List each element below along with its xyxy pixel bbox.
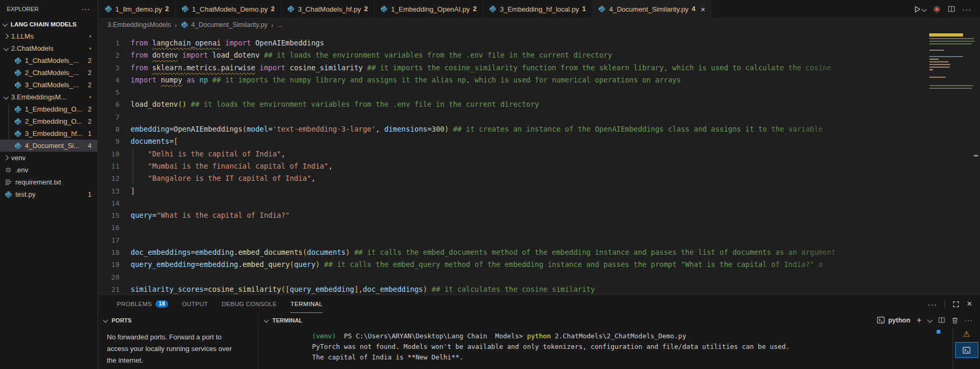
editor-tab-1_Embedding_OpenAI.py[interactable]: 1_Embedding_OpenAI.py2 xyxy=(374,0,483,18)
terminal-list-rail: ⚠ xyxy=(952,327,980,369)
active-terminal-item[interactable] xyxy=(955,342,978,358)
tree-item-3_Embedding_hf...[interactable]: 3_Embedding_hf...1 xyxy=(0,127,97,140)
modified-dot-icon: ● xyxy=(89,46,97,51)
panel-tab-TERMINAL[interactable]: TERMINAL xyxy=(290,295,323,313)
breadcrumb-item[interactable]: ... xyxy=(277,21,282,29)
bottom-panel: PROBLEMS18OUTPUTDEBUG CONSOLETERMINAL ··… xyxy=(98,294,980,369)
terminal-more-icon[interactable]: ··· xyxy=(965,317,973,324)
editor-tab-3_Embedding_hf_local.py[interactable]: 3_Embedding_hf_local.py1 xyxy=(483,0,592,18)
terminal-section-header[interactable]: TERMINAL python + ··· xyxy=(259,313,980,327)
tree-item-requirement.txt[interactable]: requirement.txt xyxy=(0,176,97,188)
code-line-13: 13] xyxy=(98,185,980,197)
split-editor-icon[interactable] xyxy=(948,5,955,13)
close-panel-icon[interactable]: × xyxy=(967,299,972,309)
code-line-17: 17 xyxy=(98,234,980,246)
tree-item-2_Embedding_O...[interactable]: 2_Embedding_O...2 xyxy=(0,115,97,127)
tab-label: 4_Document_Similarity.py xyxy=(609,5,689,13)
new-terminal-icon[interactable]: + xyxy=(917,316,921,325)
tab-change-count: 2 xyxy=(165,5,169,13)
line-number: 7 xyxy=(98,111,120,123)
ports-empty-note: No forwarded ports. Forward a port to ac… xyxy=(98,327,246,366)
breadcrumb-item[interactable]: 3.EmbeddingsModels xyxy=(107,21,171,29)
editor-tab-3_ChatModels_hf.py[interactable]: 3_ChatModels_hf.py2 xyxy=(281,0,374,18)
explorer-sidebar: EXPLORER ··· LANG CHAIN MODELS 1.LLMs●2.… xyxy=(0,0,98,369)
tree-item-1_ChatModels_...[interactable]: 1_ChatModels_...2 xyxy=(0,54,97,67)
kill-terminal-icon[interactable] xyxy=(951,317,958,324)
tree-item-test.py[interactable]: test.py1 xyxy=(0,188,97,200)
split-terminal-icon[interactable] xyxy=(938,317,945,324)
tree-item-label: 2_ChatModels_... xyxy=(25,69,79,77)
close-tab-icon[interactable]: × xyxy=(701,5,706,14)
python-icon xyxy=(181,5,189,13)
breadcrumb-item[interactable]: 4_Document_Similarity.py xyxy=(181,21,268,29)
python-icon xyxy=(14,117,22,125)
code-lines: 1from langchain_openai import OpenAIEmbe… xyxy=(98,37,980,294)
panel-tab-label: TERMINAL xyxy=(290,301,323,307)
code-editor[interactable]: 1from langchain_openai import OpenAIEmbe… xyxy=(98,31,980,294)
python-icon xyxy=(181,21,189,29)
explorer-more-icon[interactable]: ··· xyxy=(81,5,90,13)
code-line-1: 1from langchain_openai import OpenAIEmbe… xyxy=(98,37,980,49)
minimap[interactable] xyxy=(928,32,979,100)
line-number: 13 xyxy=(98,185,120,197)
explorer-root-folder[interactable]: LANG CHAIN MODELS xyxy=(0,18,97,30)
line-number: 2 xyxy=(98,49,120,61)
terminal-scrollbar-thumb[interactable] xyxy=(937,330,940,334)
line-number: 6 xyxy=(98,98,120,110)
editor-tab-1_llm_demo.py[interactable]: 1_llm_demo.py2 xyxy=(98,0,175,18)
python-icon xyxy=(4,190,12,198)
code-line-4: 4import numpy as np ## it imports the nu… xyxy=(98,74,980,86)
tree-item-1_Embedding_O...[interactable]: 1_Embedding_O...2 xyxy=(0,103,97,115)
code-line-12: 12 "Bangalore is the IT capital of India… xyxy=(98,172,980,185)
explorer-header: EXPLORER ··· xyxy=(0,0,97,18)
tree-indent-guide xyxy=(8,127,9,140)
tree-item-1.LLMs[interactable]: 1.LLMs● xyxy=(0,30,97,42)
panel-tab-OUTPUT[interactable]: OUTPUT xyxy=(182,295,208,313)
panel-tab-DEBUG CONSOLE[interactable]: DEBUG CONSOLE xyxy=(222,295,277,313)
code-line-6: 6load_dotenv() ## it loads the environme… xyxy=(98,98,980,110)
terminal-shell-button[interactable]: python xyxy=(877,317,910,324)
run-python-file-button[interactable] xyxy=(913,5,926,13)
python-icon xyxy=(14,69,22,77)
vscode-window: EXPLORER ··· LANG CHAIN MODELS 1.LLMs●2.… xyxy=(0,0,980,369)
line-number: 14 xyxy=(98,197,120,209)
tree-item-label: 2.ChatModels xyxy=(11,44,53,52)
problems-count-badge: 18 xyxy=(155,300,168,308)
code-line-21: 21similarity_scores=cosine_similarity([q… xyxy=(98,283,980,294)
code-line-5: 5 xyxy=(98,86,980,98)
editor-tab-1_ChatModels_Demo.py[interactable]: 1_ChatModels_Demo.py2 xyxy=(175,0,281,18)
python-icon xyxy=(14,105,22,113)
editor-more-actions-icon[interactable]: ··· xyxy=(962,5,972,14)
panel-actions: ··· × xyxy=(928,295,980,313)
tree-item-2.ChatModels[interactable]: 2.ChatModels● xyxy=(0,42,97,54)
tree-item-4_Document_Si...[interactable]: 4_Document_Si...4 xyxy=(0,140,97,152)
run-dropdown-icon[interactable] xyxy=(922,6,927,12)
git-change-count: 1 xyxy=(88,191,97,198)
tree-item-2_ChatModels_...[interactable]: 2_ChatModels_...2 xyxy=(0,67,97,79)
line-number: 1 xyxy=(98,37,120,49)
code-line-19: 19query_embedding=embedding.embed_query(… xyxy=(98,259,980,271)
terminal-line: The capital of India is **New Delhi**. xyxy=(312,352,953,363)
modified-dot-icon: ● xyxy=(89,34,97,39)
panel-more-icon[interactable]: ··· xyxy=(928,300,937,309)
code-line-3: 3from sklearn.metrics.pairwise import co… xyxy=(98,62,980,74)
code-line-16: 16 xyxy=(98,222,980,234)
maximize-panel-icon[interactable] xyxy=(952,301,959,308)
terminal-dropdown-icon[interactable] xyxy=(927,318,932,323)
code-line-18: 18doc_embeddings=embedding.embed_documen… xyxy=(98,246,980,259)
line-number: 12 xyxy=(98,172,120,185)
editor-tab-4_Document_Similarity.py[interactable]: 4_Document_Similarity.py4× xyxy=(592,0,712,18)
tree-item-.env[interactable]: ⚙.env xyxy=(0,164,97,176)
panel-tab-PROBLEMS[interactable]: PROBLEMS18 xyxy=(117,295,168,313)
terminal-output[interactable]: (venv) PS C:\Users\ARYAN\Desktop\Lang Ch… xyxy=(259,327,953,369)
tree-item-3_ChatModels_...[interactable]: 3_ChatModels_...2 xyxy=(0,79,97,91)
tree-item-venv[interactable]: venv xyxy=(0,152,97,164)
tree-item-3.EmbeddingsM...[interactable]: 3.EmbeddingsM...● xyxy=(0,91,97,103)
chevron-down-icon xyxy=(4,46,9,51)
code-line-8: 8embedding=OpenAIEmbeddings(model='text-… xyxy=(98,123,980,135)
line-number: 16 xyxy=(98,222,120,234)
ports-section-header[interactable]: PORTS xyxy=(98,313,258,327)
git-change-count: 4 xyxy=(88,142,97,150)
editor-scrollbar-thumb[interactable] xyxy=(974,155,978,156)
jupyter-interactive-icon[interactable] xyxy=(933,5,941,13)
